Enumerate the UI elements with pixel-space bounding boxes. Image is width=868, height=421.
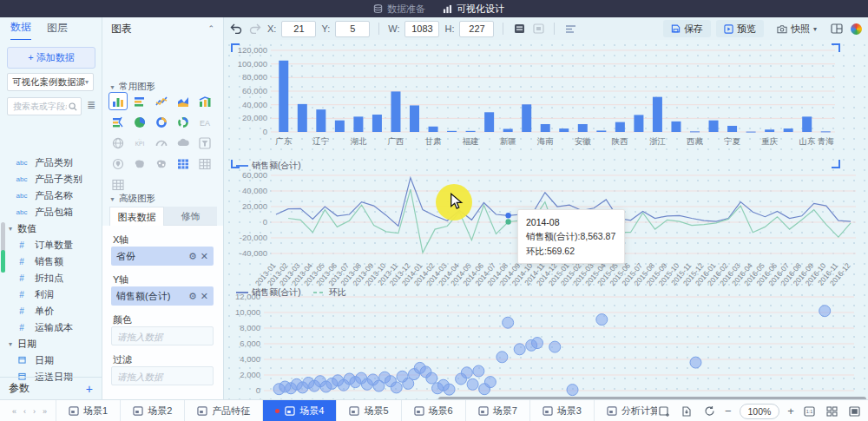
bar-line-chart-icon[interactable] [108,113,128,131]
svg-text:↑↓: ↑↓ [138,137,141,141]
gear-icon[interactable]: ⚙ [188,251,197,262]
field-scroll-indicator[interactable] [1,222,5,273]
redo-icon[interactable] [248,22,262,36]
tab-layer[interactable]: 图层 [47,17,68,40]
datasource-select[interactable]: 可视化案例数据源 ▾ [7,73,94,91]
field-利润[interactable]: #利润 [0,286,102,303]
record-table-icon [108,175,128,194]
svg-text:100,000: 100,000 [238,59,267,69]
field-日期[interactable]: 日期 [0,352,102,369]
zoom-level[interactable]: 100% [740,404,780,419]
gear-icon[interactable]: ⚙ [188,291,197,302]
preview-button[interactable]: 预览 [716,20,764,37]
theme-color-icon[interactable] [849,22,863,36]
zoom-in-icon[interactable]: + [787,405,794,418]
scene-tab-场景2[interactable]: 场景2 [120,400,184,421]
last-page-icon[interactable]: » [43,407,47,416]
fullscreen-icon[interactable] [847,404,862,418]
first-page-icon[interactable]: « [12,407,16,416]
x-label: X: [267,23,276,34]
y-input[interactable]: 5 [335,21,370,37]
scene-tab-场景3[interactable]: 场景3 [529,400,594,421]
layout-icon[interactable] [830,22,844,36]
tab-data[interactable]: 数据 [10,16,31,41]
field-产品类别[interactable]: abc产品类别 [0,155,102,171]
refresh-icon[interactable] [702,404,717,418]
pie-chart-icon[interactable] [130,113,149,131]
next-page-icon[interactable]: › [33,407,36,416]
section-numeric[interactable]: ▾数值 [0,220,102,237]
crosstab-icon [195,155,214,173]
color-drop-zone[interactable]: 请拖入数据 [111,326,214,345]
field-折扣点[interactable]: #折扣点 [0,270,102,286]
h-input[interactable]: 227 [459,21,494,37]
scene-tab-场景1[interactable]: 场景1 [56,400,120,421]
x-input[interactable]: 21 [281,21,316,37]
field-产品名称[interactable]: abc产品名称 [0,187,102,204]
scene-tab-分析计算[interactable]: 分析计算 [594,400,657,421]
field-单价[interactable]: #单价 [0,303,102,319]
field-订单数量[interactable]: #订单数量 [0,237,102,253]
new-scene-icon[interactable] [657,404,672,418]
y-axis-field-pill[interactable]: 销售额(合计) ⚙ ✕ [111,286,214,306]
scene-tab-产品特征[interactable]: 产品特征 [184,400,262,421]
field-运输成本[interactable]: #运输成本 [0,319,102,336]
undo-icon[interactable] [229,22,243,36]
card-style-icon[interactable] [512,22,526,36]
tab-decorate[interactable]: 修饰 [164,207,217,226]
save-button[interactable]: 保存 [663,20,711,37]
stacked-bar-chart-icon[interactable] [130,92,149,110]
prev-page-icon[interactable]: ‹ [23,407,26,416]
grid-view-icon[interactable] [825,404,839,418]
add-param-icon[interactable]: + [86,382,93,396]
text-card-icon: EA [195,113,214,131]
field-产品子类别[interactable]: abc产品子类别 [0,171,102,187]
field-销售额[interactable]: #销售额 [0,253,102,270]
scatter-chart[interactable]: 12,00010,0008,0006,0004,0002,0000 [233,292,863,399]
bar-chart[interactable]: 020,00040,00060,00080,000100,000120,000广… [233,45,840,156]
svg-text:10,000: 10,000 [235,307,260,317]
remove-field-icon[interactable]: ✕ [201,291,208,302]
horizontal-scrollbar[interactable] [438,397,866,399]
line-chart-icon[interactable] [152,92,171,110]
column-chart-icon[interactable] [108,92,128,110]
scene-tab-场景7[interactable]: 场景7 [465,400,529,421]
tab-data-preparation[interactable]: 数据准备 [365,0,434,17]
donut-chart-icon[interactable] [152,113,171,131]
align-icon[interactable] [563,22,577,36]
field-产品包箱[interactable]: abc产品包箱 [0,204,102,220]
advanced-charts-group[interactable]: ▼ 高级图形 [109,193,155,205]
y-label: Y: [321,23,330,34]
selection-corner [832,160,840,168]
x-axis-field-pill[interactable]: 省份 ⚙ ✕ [111,247,214,266]
remove-field-icon[interactable]: ✕ [201,251,208,262]
search-input[interactable] [11,101,69,112]
fit-actual-icon[interactable]: 1:1 [802,404,817,418]
scene-icon [478,406,489,416]
snapshot-button[interactable]: 快照 ▾ [769,20,825,37]
scene-icon [414,406,424,416]
scene-tab-场景5[interactable]: 场景5 [336,400,400,421]
area-chart-icon[interactable] [174,92,193,110]
tab-chart-data[interactable]: 图表数据 [109,207,164,226]
combo-chart-icon[interactable] [195,92,214,110]
field-sort-icon[interactable]: ≣ [87,99,95,111]
collapse-icon[interactable]: ⌃ [207,24,214,33]
scene-icon [607,406,617,416]
zoom-out-icon[interactable]: − [725,405,732,418]
w-input[interactable]: 1083 [404,21,439,37]
section-date[interactable]: ▾日期 [0,336,102,352]
add-data-button[interactable]: + 添加数据 [7,47,95,69]
tab-visualization-design[interactable]: 可视化设计 [434,0,513,17]
filter-drop-zone[interactable]: 请拖入数据 [111,366,214,385]
table-chart-icon[interactable] [174,155,193,173]
export-icon[interactable] [680,404,694,418]
map-point-icon [108,155,128,173]
rose-chart-icon[interactable] [174,113,193,131]
design-canvas[interactable]: 020,00040,00060,00080,000100,000120,000广… [224,40,868,399]
common-charts-group[interactable]: ▼ 常用图形 [109,81,155,93]
scene-tab-场景6[interactable]: 场景6 [401,400,465,421]
scene-icon [285,406,295,416]
scene-tab-场景4[interactable]: 场景4 [262,400,336,421]
triangle-down-icon: ▼ [109,196,115,202]
